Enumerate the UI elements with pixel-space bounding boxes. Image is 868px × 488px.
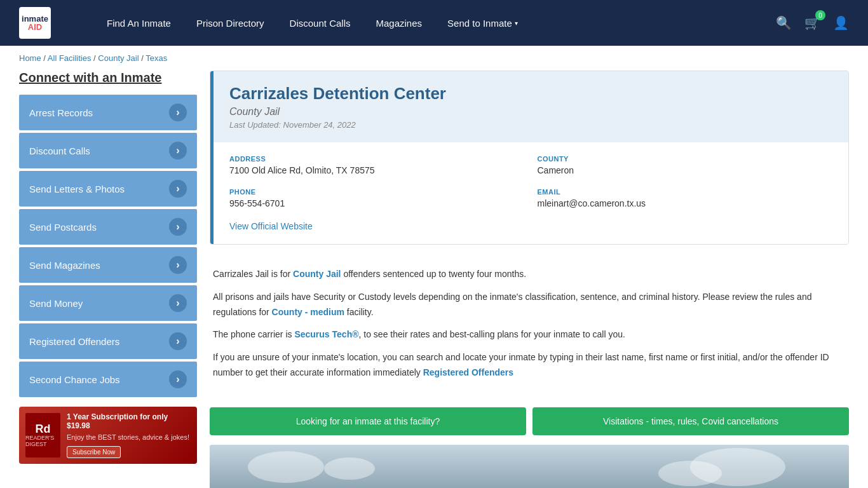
phone-label: PHONE <box>229 188 525 196</box>
email-label: EMAIL <box>538 188 833 196</box>
facility-header: Carrizales Detention Center County Jail … <box>210 71 848 142</box>
photo-overlay <box>210 445 849 488</box>
chevron-down-icon: ▾ <box>515 20 518 27</box>
main-layout: Connect with an Inmate Arrest Records › … <box>0 71 868 488</box>
sidebar-arrow-6: › <box>169 332 187 350</box>
address-value: 7100 Old Alice Rd, Olmito, TX 78575 <box>229 165 525 175</box>
nav-find-inmate[interactable]: Find An Inmate <box>94 0 184 46</box>
official-website-link[interactable]: View Official Website <box>229 221 313 231</box>
sidebar-arrow-1: › <box>169 142 187 159</box>
breadcrumb-all-facilities[interactable]: All Facilities <box>48 53 92 63</box>
logo-icon: inmate AID <box>19 7 51 39</box>
securus-link[interactable]: Securus Tech® <box>294 329 358 339</box>
cloud-1 <box>248 451 324 483</box>
main-nav: Find An Inmate Prison Directory Discount… <box>94 0 750 46</box>
breadcrumb-texas[interactable]: Texas <box>146 53 167 63</box>
sidebar-arrow-3: › <box>169 218 187 236</box>
email-value: mleinart@co.cameron.tx.us <box>538 198 833 208</box>
breadcrumb-home[interactable]: Home <box>19 53 41 63</box>
desc-paragraph-2: All prisons and jails have Security or C… <box>213 290 846 320</box>
sidebar-item-send-money[interactable]: Send Money › <box>19 285 197 321</box>
sidebar-title: Connect with an Inmate <box>19 71 197 85</box>
breadcrumb: Home / All Facilities / County Jail / Te… <box>0 46 868 71</box>
cloud-2 <box>324 458 375 480</box>
nav-send-to-inmate[interactable]: Send to Inmate ▾ <box>435 0 531 46</box>
website-link-row: View Official Website <box>210 221 848 244</box>
address-group: ADDRESS 7100 Old Alice Rd, Olmito, TX 78… <box>229 155 525 175</box>
header-icons: 🔍 🛒 0 👤 <box>776 15 849 30</box>
ad-subscribe-button[interactable]: Subscribe Now <box>67 446 121 458</box>
county-value: Cameron <box>538 165 833 175</box>
sidebar-arrow-7: › <box>169 370 187 388</box>
sidebar-item-second-chance-jobs[interactable]: Second Chance Jobs › <box>19 362 197 397</box>
nav-prison-directory[interactable]: Prison Directory <box>184 0 277 46</box>
sidebar-arrow-2: › <box>169 180 187 198</box>
cart-badge: 0 <box>815 10 825 20</box>
email-group: EMAIL mleinart@co.cameron.tx.us <box>538 188 833 208</box>
search-button[interactable]: 🔍 <box>776 15 792 30</box>
facility-type: County Jail <box>229 106 832 118</box>
sidebar: Connect with an Inmate Arrest Records › … <box>19 71 197 488</box>
content-area: Carrizales Detention Center County Jail … <box>210 71 849 488</box>
facility-last-updated: Last Updated: November 24, 2022 <box>229 120 832 130</box>
logo[interactable]: inmate AID <box>19 7 56 39</box>
nav-magazines[interactable]: Magazines <box>363 0 435 46</box>
site-header: inmate AID Find An Inmate Prison Directo… <box>0 0 868 46</box>
facility-card: Carrizales Detention Center County Jail … <box>210 71 849 245</box>
action-buttons: Looking for an inmate at this facility? … <box>210 407 849 435</box>
facility-info: ADDRESS 7100 Old Alice Rd, Olmito, TX 78… <box>210 142 848 221</box>
sidebar-arrow-0: › <box>169 104 187 121</box>
county-label: COUNTY <box>538 155 833 163</box>
sidebar-menu: Arrest Records › Discount Calls › Send L… <box>19 95 197 397</box>
cloud-4 <box>658 461 722 486</box>
sidebar-item-send-postcards[interactable]: Send Postcards › <box>19 209 197 245</box>
facility-description: Carrizales Jail is for County Jail offen… <box>210 257 849 398</box>
user-button[interactable]: 👤 <box>833 15 849 30</box>
ad-content: 1 Year Subscription for only $19.98 Enjo… <box>67 412 191 458</box>
sidebar-item-registered-offenders[interactable]: Registered Offenders › <box>19 323 197 359</box>
desc-paragraph-3: The phone carrier is Securus Tech®, to s… <box>213 327 846 342</box>
facility-name: Carrizales Detention Center <box>229 84 832 104</box>
sidebar-arrow-5: › <box>169 294 187 312</box>
sidebar-item-send-letters[interactable]: Send Letters & Photos › <box>19 171 197 207</box>
desc-paragraph-4: If you are unsure of your inmate's locat… <box>213 350 846 381</box>
facility-photo <box>210 445 849 488</box>
cart-button[interactable]: 🛒 0 <box>804 15 820 30</box>
county-jail-link[interactable]: County Jail <box>293 269 341 279</box>
breadcrumb-county-jail[interactable]: County Jail <box>98 53 139 63</box>
desc-paragraph-1: Carrizales Jail is for County Jail offen… <box>213 267 846 282</box>
ad-logo: Rd READER'S DIGEST <box>25 413 60 458</box>
nav-discount-calls[interactable]: Discount Calls <box>277 0 363 46</box>
visitations-button[interactable]: Visitations - times, rules, Covid cancel… <box>532 407 849 435</box>
address-label: ADDRESS <box>229 155 525 163</box>
phone-group: PHONE 956-554-6701 <box>229 188 525 208</box>
county-group: COUNTY Cameron <box>538 155 833 175</box>
sidebar-ad[interactable]: Rd READER'S DIGEST 1 Year Subscription f… <box>19 407 197 464</box>
registered-offenders-link[interactable]: Registered Offenders <box>423 367 513 377</box>
ad-title: 1 Year Subscription for only $19.98 <box>67 412 191 430</box>
sidebar-item-arrest-records[interactable]: Arrest Records › <box>19 95 197 130</box>
phone-value: 956-554-6701 <box>229 198 525 208</box>
sidebar-item-discount-calls[interactable]: Discount Calls › <box>19 133 197 168</box>
sidebar-item-send-magazines[interactable]: Send Magazines › <box>19 247 197 283</box>
looking-for-inmate-button[interactable]: Looking for an inmate at this facility? <box>210 407 526 435</box>
county-medium-link[interactable]: County - medium <box>272 307 344 317</box>
sidebar-arrow-4: › <box>169 256 187 274</box>
ad-desc: Enjoy the BEST stories, advice & jokes! <box>67 433 191 442</box>
